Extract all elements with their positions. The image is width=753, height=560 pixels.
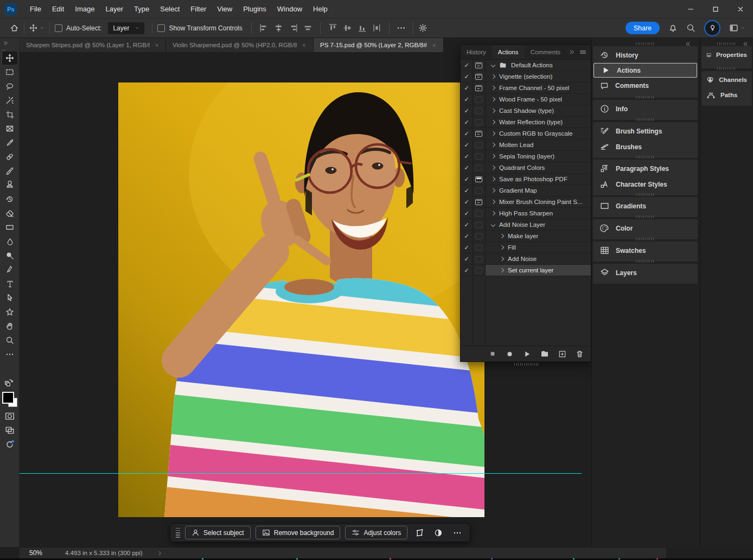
- toggle-on-icon[interactable]: [461, 82, 473, 93]
- move-tool-option-icon[interactable]: [29, 24, 44, 32]
- dialog-toggle-icon[interactable]: [475, 199, 482, 205]
- distribute-h-button[interactable]: [303, 23, 312, 33]
- toggle-on-icon[interactable]: [461, 185, 473, 196]
- action-row-vignette[interactable]: Vignette (selection): [461, 71, 591, 82]
- adjust-colors-button[interactable]: Adjust colors: [345, 526, 407, 539]
- dialog-toggle-icon[interactable]: [475, 233, 482, 239]
- action-row-gradient-map[interactable]: Gradient Map: [461, 185, 591, 196]
- show-transform-checkbox[interactable]: [157, 24, 165, 32]
- stop-recording-button[interactable]: [489, 350, 496, 358]
- panel-button-paths[interactable]: Paths: [701, 87, 752, 103]
- quick-mask-button[interactable]: [5, 411, 15, 421]
- dialog-toggle-icon[interactable]: [475, 211, 482, 217]
- panel-tab-actions[interactable]: Actions: [492, 45, 525, 59]
- share-button[interactable]: Share: [626, 22, 660, 34]
- expand-caret-icon[interactable]: [491, 86, 495, 90]
- taskbar-drag-handle[interactable]: [176, 527, 180, 538]
- panel-tab-history[interactable]: History: [461, 45, 492, 59]
- toggle-on-icon[interactable]: [461, 208, 473, 219]
- toggle-on-icon[interactable]: [461, 94, 473, 105]
- action-row-quadrant-colors[interactable]: Quadrant Colors: [461, 162, 591, 174]
- menu-select[interactable]: Select: [155, 0, 185, 18]
- tool-magic-wand[interactable]: [2, 94, 17, 107]
- action-row-molten-lead[interactable]: Molten Lead: [461, 139, 591, 151]
- close-tab-icon[interactable]: [155, 43, 159, 48]
- rotate-view-button[interactable]: [5, 440, 15, 449]
- document-image[interactable]: [118, 82, 484, 517]
- dialog-toggle-icon[interactable]: [475, 142, 482, 148]
- tool-eraser[interactable]: [2, 207, 17, 220]
- toggle-on-icon[interactable]: [461, 117, 473, 128]
- tool-type[interactable]: [2, 277, 17, 290]
- auto-select-target-dropdown[interactable]: Layer: [108, 22, 144, 34]
- dialog-toggle-icon[interactable]: [475, 165, 482, 171]
- minimize-button[interactable]: [678, 0, 703, 18]
- action-row-set-current-layer[interactable]: Set current layer: [461, 265, 591, 276]
- begin-recording-button[interactable]: [506, 350, 514, 358]
- tool-shape[interactable]: [2, 306, 17, 319]
- tool-lasso[interactable]: [2, 80, 17, 93]
- dialog-toggle-icon[interactable]: [475, 245, 482, 251]
- dialog-toggle-icon[interactable]: [475, 154, 482, 160]
- tool-marquee[interactable]: [2, 66, 17, 79]
- action-row-mixer-brush[interactable]: Mixer Brush Cloning Paint S...: [461, 196, 591, 208]
- menu-view[interactable]: View: [212, 0, 238, 18]
- expand-caret-icon[interactable]: [491, 63, 495, 67]
- expand-caret-icon[interactable]: [491, 177, 495, 181]
- horizontal-guide-line[interactable]: [20, 473, 582, 474]
- align-top-button[interactable]: [328, 23, 337, 33]
- toggle-on-icon[interactable]: [461, 174, 473, 184]
- panel-menu-icon[interactable]: [579, 49, 586, 56]
- tool-path-select[interactable]: [2, 291, 17, 304]
- more-align-options-button[interactable]: [397, 23, 406, 33]
- toggle-on-icon[interactable]: [461, 105, 473, 116]
- action-row-wood-frame[interactable]: Wood Frame - 50 pixel: [461, 94, 591, 105]
- action-row-make-layer[interactable]: Make layer: [461, 231, 591, 242]
- action-row-cast-shadow[interactable]: Cast Shadow (type): [461, 105, 591, 117]
- menu-filter[interactable]: Filter: [185, 0, 212, 18]
- toggle-on-icon[interactable]: [461, 139, 473, 150]
- tool-blur[interactable]: [2, 235, 17, 248]
- toggle-on-icon[interactable]: [461, 60, 473, 71]
- tool-eyedropper[interactable]: [2, 136, 17, 149]
- action-row-high-pass[interactable]: High Pass Sharpen: [461, 208, 591, 219]
- action-row-custom-rgb[interactable]: Custom RGB to Grayscale: [461, 128, 591, 139]
- panel-button-brushes[interactable]: Brushes: [593, 139, 698, 155]
- expand-caret-icon[interactable]: [500, 268, 504, 272]
- dialog-toggle-icon[interactable]: [475, 222, 482, 228]
- expand-caret-icon[interactable]: [491, 166, 495, 170]
- screen-mode-button[interactable]: [5, 425, 15, 435]
- action-row-sepia-toning[interactable]: Sepia Toning (layer): [461, 151, 591, 162]
- maximize-button[interactable]: [703, 0, 728, 18]
- menu-help[interactable]: Help: [308, 0, 333, 18]
- doc-tab-sharpen-stripes[interactable]: Sharpen Stripes.psd @ 50% (Layer 1, RGB/…: [20, 38, 166, 52]
- menu-image[interactable]: Image: [69, 0, 100, 18]
- tool-pen[interactable]: [2, 263, 17, 276]
- panel-tab-comments[interactable]: Comments: [525, 45, 567, 59]
- collapse-panel-icon[interactable]: [569, 49, 575, 55]
- dialog-toggle-icon[interactable]: [475, 176, 482, 182]
- menu-window[interactable]: Window: [272, 0, 308, 18]
- expand-caret-icon[interactable]: [491, 74, 495, 79]
- dialog-toggle-icon[interactable]: [475, 256, 482, 262]
- tool-frame[interactable]: [2, 122, 17, 135]
- panel-button-info[interactable]: Info: [593, 101, 698, 117]
- tool-more[interactable]: [2, 348, 17, 361]
- dialog-toggle-icon[interactable]: [475, 188, 482, 194]
- delete-action-button[interactable]: [576, 350, 584, 358]
- home-button[interactable]: [10, 23, 19, 33]
- action-row-add-noise[interactable]: Add Noise: [461, 253, 591, 265]
- align-left-button[interactable]: [259, 23, 269, 33]
- action-row-water-reflection[interactable]: Water Reflection (type): [461, 117, 591, 128]
- panel-button-color[interactable]: Color: [593, 220, 698, 236]
- foreground-color-chip[interactable]: [2, 392, 14, 404]
- expand-toolbar-icon[interactable]: [3, 40, 9, 46]
- toggle-on-icon[interactable]: [461, 128, 473, 139]
- adjustments-preset-button[interactable]: [431, 526, 445, 539]
- expand-caret-icon[interactable]: [491, 131, 495, 136]
- toggle-on-icon[interactable]: [461, 231, 473, 241]
- expand-caret-icon[interactable]: [491, 154, 495, 158]
- select-subject-button[interactable]: Select subject: [185, 526, 251, 539]
- action-row-default-actions[interactable]: Default Actions: [461, 60, 591, 71]
- status-options-chevron-icon[interactable]: [157, 550, 163, 556]
